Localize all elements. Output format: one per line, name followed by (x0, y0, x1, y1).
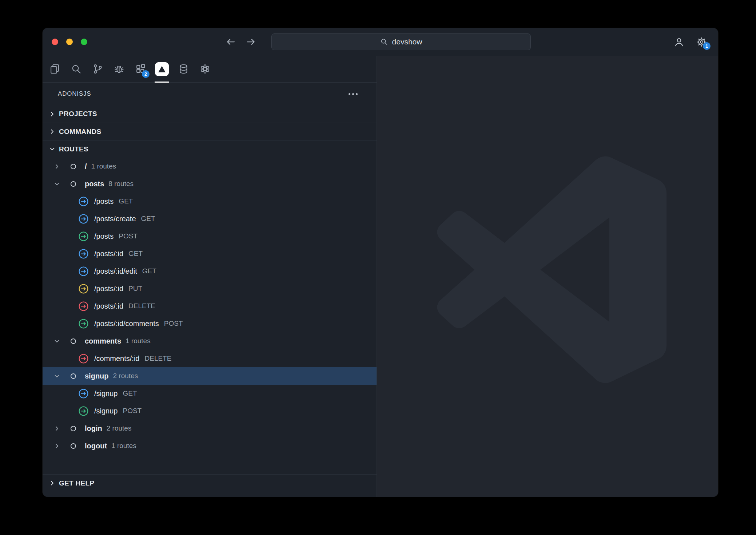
chevron-right-icon (53, 442, 60, 449)
panel-header: ADONISJS (43, 83, 377, 105)
search-view-button[interactable] (68, 56, 84, 82)
chevron-down-icon (53, 337, 60, 345)
route-item[interactable]: /posts/:id/edit GET (43, 262, 377, 280)
route-group-icon (71, 338, 76, 344)
sidebar-section-routes[interactable]: ROUTES (43, 140, 377, 158)
ellipsis-icon (352, 93, 354, 95)
extensions-badge: 2 (142, 70, 150, 78)
minimize-button[interactable] (66, 39, 73, 45)
search-value: devshow (392, 37, 422, 46)
close-button[interactable] (52, 39, 58, 45)
files-icon (49, 63, 60, 75)
route-item[interactable]: /signup GET (43, 385, 377, 402)
chevron-right-icon (48, 110, 56, 118)
route-group-icon (71, 426, 76, 431)
zoom-button[interactable] (81, 39, 87, 45)
adonisjs-icon (155, 62, 169, 76)
source-control-button[interactable] (90, 56, 105, 82)
window-body: 2 ADONISJS (43, 56, 718, 497)
route-group-logout[interactable]: logout 1 routes (43, 437, 377, 455)
window-controls (52, 39, 87, 45)
method-get-icon (79, 197, 88, 206)
arrow-right-icon (246, 36, 256, 47)
vscode-window: devshow 1 (43, 28, 718, 497)
route-item[interactable]: /signup POST (43, 402, 377, 420)
sidebar-section-get-help[interactable]: GET HELP (43, 474, 377, 492)
route-item[interactable]: /posts GET (43, 193, 377, 210)
vscode-logo-watermark (437, 155, 667, 384)
sidebar: 2 ADONISJS (43, 56, 377, 497)
history-nav (224, 28, 257, 56)
adonisjs-view-button[interactable] (154, 56, 170, 82)
route-item[interactable]: /posts POST (43, 227, 377, 245)
route-group-icon (71, 443, 76, 449)
panel-title: ADONISJS (58, 90, 91, 98)
route-group-icon (71, 181, 76, 187)
search-icon (71, 63, 82, 75)
command-center-search[interactable]: devshow (271, 33, 531, 50)
openai-icon (199, 63, 211, 75)
chevron-right-icon (48, 128, 56, 135)
adonisjs-tree: PROJECTS COMMANDS ROUTES / 1 routes (43, 105, 377, 497)
openai-chat-button[interactable] (197, 56, 212, 82)
route-item[interactable]: /posts/:id/comments POST (43, 315, 377, 332)
search-icon (380, 38, 388, 46)
method-delete-icon (79, 354, 88, 364)
route-item[interactable]: /posts/create GET (43, 210, 377, 227)
titlebar-right-actions: 1 (672, 28, 708, 56)
route-group-login[interactable]: login 2 routes (43, 420, 377, 437)
git-branch-icon (92, 63, 103, 75)
method-delete-icon (79, 301, 88, 311)
more-actions-button[interactable] (347, 88, 359, 99)
route-group-icon (71, 373, 76, 379)
chevron-down-icon (48, 146, 56, 153)
extensions-button[interactable]: 2 (133, 56, 148, 82)
chevron-down-icon (53, 180, 60, 187)
route-group-signup[interactable]: signup 2 routes (43, 367, 377, 385)
settings-badge: 1 (703, 42, 711, 50)
route-item[interactable]: /posts/:id PUT (43, 280, 377, 297)
sidebar-section-projects[interactable]: PROJECTS (43, 105, 377, 123)
route-group-posts[interactable]: posts 8 routes (43, 175, 377, 193)
chevron-right-icon (53, 163, 60, 170)
chevron-right-icon (53, 425, 60, 432)
route-item[interactable]: /posts/:id GET (43, 245, 377, 262)
method-get-icon (79, 249, 88, 259)
route-item[interactable]: /posts/:id DELETE (43, 297, 377, 315)
method-get-icon (79, 214, 88, 224)
account-icon (673, 36, 685, 48)
route-group-comments[interactable]: comments 1 routes (43, 332, 377, 350)
title-bar: devshow 1 (43, 28, 718, 56)
database-button[interactable] (176, 56, 191, 82)
bug-icon (114, 63, 125, 75)
method-put-icon (79, 284, 88, 294)
chevron-right-icon (48, 480, 56, 487)
editor-area (377, 56, 718, 497)
method-get-icon (79, 389, 88, 399)
database-icon (178, 63, 189, 75)
route-group-icon (71, 164, 76, 169)
route-group-root[interactable]: / 1 routes (43, 158, 377, 175)
method-post-icon (79, 231, 88, 241)
route-item[interactable]: /comments/:id DELETE (43, 350, 377, 367)
activity-bar: 2 (43, 56, 377, 83)
method-post-icon (79, 319, 88, 329)
explorer-button[interactable] (47, 56, 62, 82)
chevron-down-icon (53, 372, 60, 380)
debug-button[interactable] (111, 56, 127, 82)
account-button[interactable] (672, 35, 685, 48)
forward-button[interactable] (245, 36, 257, 48)
method-get-icon (79, 266, 88, 276)
settings-button[interactable]: 1 (695, 35, 708, 48)
method-post-icon (79, 406, 88, 416)
back-button[interactable] (224, 36, 237, 48)
arrow-left-icon (225, 36, 236, 47)
sidebar-section-commands[interactable]: COMMANDS (43, 123, 377, 140)
